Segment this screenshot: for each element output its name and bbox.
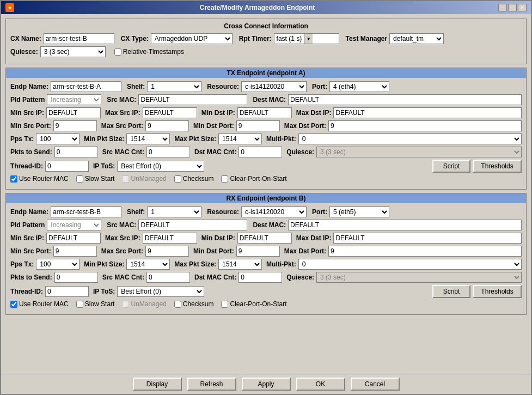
rx-pld-pattern-label: Pld Pattern [10,221,45,229]
rx-pps-tx-select[interactable]: 100 [36,259,80,270]
rx-endp-name-label: Endp Name: [10,208,48,216]
tx-script-button[interactable]: Script [432,160,470,173]
rx-slow-start-checkbox[interactable] [76,301,83,308]
rx-shelf-label: Shelf: [127,208,145,216]
tx-checksum-checkbox[interactable] [174,175,181,183]
rx-use-router-mac-checkbox[interactable] [10,301,17,308]
tx-ip-tos-select[interactable]: Best Effort (0) [117,161,204,172]
relative-timestamps-label[interactable]: Relative-Timestamps [114,48,184,56]
tx-unmanaged-label[interactable]: UnManaged [122,175,166,183]
rx-thread-id-input[interactable] [45,286,89,297]
cx-type-select[interactable]: Armageddon UDP [151,33,233,44]
rx-row7: Thread-ID: IP ToS: Best Effort (0) Scrip… [10,285,522,298]
tx-max-src-port-input[interactable] [145,120,189,131]
rx-clear-port-on-start-checkbox[interactable] [221,301,228,308]
rx-max-src-ip-input[interactable] [143,233,197,244]
rx-unmanaged-checkbox[interactable] [122,301,129,308]
rpt-timer-dropdown-btn[interactable]: ▼ [304,34,313,44]
tx-min-src-ip-input[interactable] [46,107,101,118]
tx-max-dst-ip-input[interactable] [333,107,522,118]
tx-multi-pkt-select[interactable]: 0 [298,133,522,144]
rx-min-dst-ip-input[interactable] [237,233,292,244]
tx-min-pkt-size-select[interactable]: 1514 [126,133,170,144]
tx-row6: Pkts to Send: Src MAC Cnt: Dst MAC Cnt: … [10,147,522,157]
tx-pkts-to-send-input[interactable] [54,147,98,157]
rx-max-dst-ip-input[interactable] [333,233,522,244]
tx-clear-port-on-start-checkbox[interactable] [221,175,228,183]
tx-slow-start-label[interactable]: Slow Start [76,175,115,183]
tx-max-pkt-size-select[interactable]: 1514 [218,133,262,144]
refresh-button[interactable]: Refresh [187,378,236,391]
rx-port-select[interactable]: 5 (eth5) [329,206,389,217]
rx-use-router-mac-label[interactable]: Use Router MAC [10,300,69,308]
test-manager-dropdown[interactable]: default_tm [389,33,444,44]
tx-min-dst-ip-input[interactable] [237,107,292,118]
rx-pkts-to-send-input[interactable] [54,272,98,283]
tx-thresholds-button[interactable]: Thresholds [473,160,522,173]
tx-resource-select[interactable]: c-is14120020 [241,81,307,92]
rx-max-src-port-input[interactable] [145,246,189,257]
rx-slow-start-label[interactable]: Slow Start [76,300,115,308]
tx-use-router-mac-checkbox[interactable] [10,175,17,183]
rx-src-mac-input[interactable] [138,220,247,230]
rx-shelf-select[interactable]: 1 [147,206,201,217]
minimize-button[interactable]: ─ [498,4,507,11]
tx-thread-id-input[interactable] [45,161,89,172]
tx-min-src-port-input[interactable] [53,120,97,131]
tx-endp-name-input[interactable] [51,81,121,92]
tx-pps-tx-select[interactable]: 100 [36,133,80,144]
tx-slow-start-checkbox[interactable] [76,175,83,183]
restore-button[interactable]: □ [508,4,517,11]
rx-min-src-port-input[interactable] [53,246,97,257]
tx-src-mac-cnt-input[interactable] [146,147,190,157]
tx-checksum-label[interactable]: Checksum [174,175,214,183]
tx-min-dst-port-input[interactable] [236,120,280,131]
cancel-button[interactable]: Cancel [351,378,400,391]
quiesce-select[interactable]: 3 (3 sec) [40,46,106,57]
tx-dest-mac-input[interactable] [288,94,522,105]
rx-src-mac-cnt-input[interactable] [146,272,190,283]
rx-checksum-label[interactable]: Checksum [174,300,214,308]
relative-timestamps-checkbox[interactable] [114,48,121,56]
rx-script-button[interactable]: Script [432,285,470,298]
apply-button[interactable]: Apply [242,378,291,391]
rx-min-pkt-size-select[interactable]: 1514 [126,259,170,270]
tx-shelf-select[interactable]: 1 [147,81,201,92]
tx-port-select[interactable]: 4 (eth4) [329,81,389,92]
tx-max-dst-port-input[interactable] [328,120,522,131]
rx-thresholds-button[interactable]: Thresholds [473,285,522,298]
tx-pld-pattern-select[interactable]: Increasing [47,94,101,105]
rx-ip-tos-select[interactable]: Best Effort (0) [117,286,204,297]
rx-max-src-ip-label: Max Src IP: [105,234,140,242]
cross-connect-row2: Quiesce: 3 (3 sec) Relative-Timestamps [10,46,522,57]
cx-type-dropdown[interactable]: Armageddon UDP [151,33,233,44]
display-button[interactable]: Display [133,378,182,391]
tx-dst-mac-cnt-input[interactable] [239,147,282,157]
tx-src-mac-input[interactable] [138,94,247,105]
tx-max-src-ip-input[interactable] [143,107,197,118]
rx-max-dst-port-input[interactable] [328,246,522,257]
rx-min-dst-ip-label: Min Dst IP: [201,234,235,242]
rx-multi-pkt-select[interactable]: 0 [298,259,522,270]
cx-name-input[interactable] [44,33,114,44]
rx-min-dst-port-input[interactable] [236,246,280,257]
tx-clear-port-on-start-label[interactable]: Clear-Port-On-Start [221,175,286,183]
rx-min-src-ip-input[interactable] [46,233,101,244]
rx-dst-mac-cnt-label: Dst MAC Cnt: [194,274,236,281]
tx-unmanaged-checkbox[interactable] [122,175,129,183]
rx-dst-mac-cnt-input[interactable] [239,272,282,283]
tx-use-router-mac-label[interactable]: Use Router MAC [10,175,69,183]
rx-endp-name-input[interactable] [51,206,121,217]
rx-resource-select[interactable]: c-is14120020 [241,206,307,217]
rx-checksum-checkbox[interactable] [174,301,181,308]
rx-dest-mac-input[interactable] [288,220,522,230]
rx-dest-mac-label: Dest MAC: [253,221,286,229]
test-manager-select[interactable]: default_tm [389,33,444,44]
rx-pld-pattern-select[interactable]: Increasing [47,220,101,230]
ok-button[interactable]: OK [296,378,345,391]
rx-max-pkt-size-select[interactable]: 1514 [218,259,262,270]
rx-clear-port-on-start-label[interactable]: Clear-Port-On-Start [221,300,286,308]
rx-unmanaged-label[interactable]: UnManaged [122,300,166,308]
close-button[interactable]: ✕ [518,4,527,11]
window-title: Create/Modify Armageddon Endpoint [16,4,498,11]
